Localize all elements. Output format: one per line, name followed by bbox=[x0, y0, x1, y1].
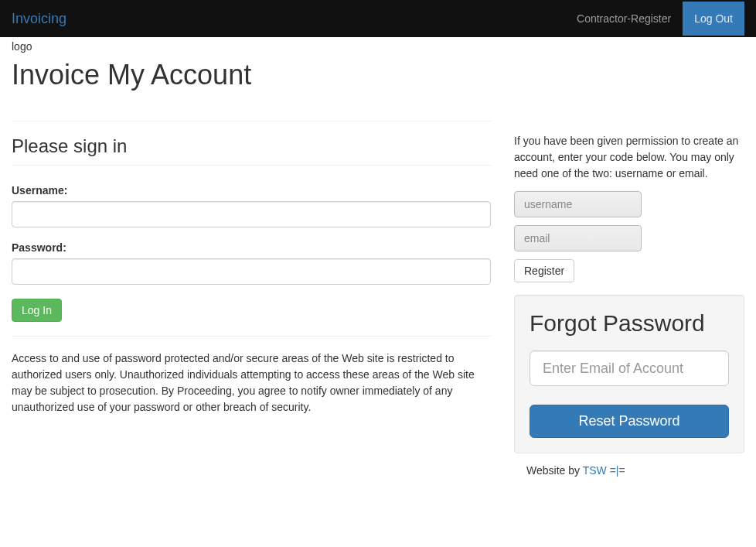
create-email-input[interactable] bbox=[514, 225, 642, 251]
divider bbox=[12, 336, 491, 337]
username-label: Username: bbox=[12, 184, 491, 197]
divider bbox=[12, 121, 491, 121]
register-button[interactable]: Register bbox=[514, 259, 574, 282]
forgot-password-title: Forgot Password bbox=[530, 310, 729, 337]
signin-column: Please sign in Username: Password: Log I… bbox=[12, 105, 491, 477]
reset-password-button[interactable]: Reset Password bbox=[530, 405, 729, 438]
disclaimer-text: Access to and use of password protected … bbox=[12, 350, 491, 415]
login-button[interactable]: Log In bbox=[12, 299, 62, 322]
create-account-column: If you have been given permission to cre… bbox=[514, 105, 744, 477]
password-input[interactable] bbox=[12, 258, 491, 285]
navbar-right: Contractor-Register Log Out bbox=[565, 2, 744, 36]
nav-contractor-register[interactable]: Contractor-Register bbox=[565, 2, 683, 36]
password-label: Password: bbox=[12, 241, 491, 254]
page-title: Invoice My Account bbox=[12, 59, 744, 91]
logo-text: logo bbox=[12, 37, 744, 59]
forgot-password-panel: Forgot Password Reset Password bbox=[514, 295, 744, 453]
footer-link[interactable]: TSW =|= bbox=[583, 464, 625, 477]
nav-logout[interactable]: Log Out bbox=[683, 2, 744, 36]
footer-prefix: Website by bbox=[526, 464, 583, 477]
signin-title: Please sign in bbox=[12, 135, 491, 166]
forgot-email-input[interactable] bbox=[530, 350, 729, 386]
footer: Website by TSW =|= bbox=[514, 464, 744, 477]
navbar: Invoicing Contractor-Register Log Out bbox=[0, 0, 756, 37]
create-username-input[interactable] bbox=[514, 191, 642, 217]
username-input[interactable] bbox=[12, 201, 491, 227]
navbar-brand[interactable]: Invoicing bbox=[12, 2, 66, 36]
create-account-intro: If you have been given permission to cre… bbox=[514, 133, 744, 182]
